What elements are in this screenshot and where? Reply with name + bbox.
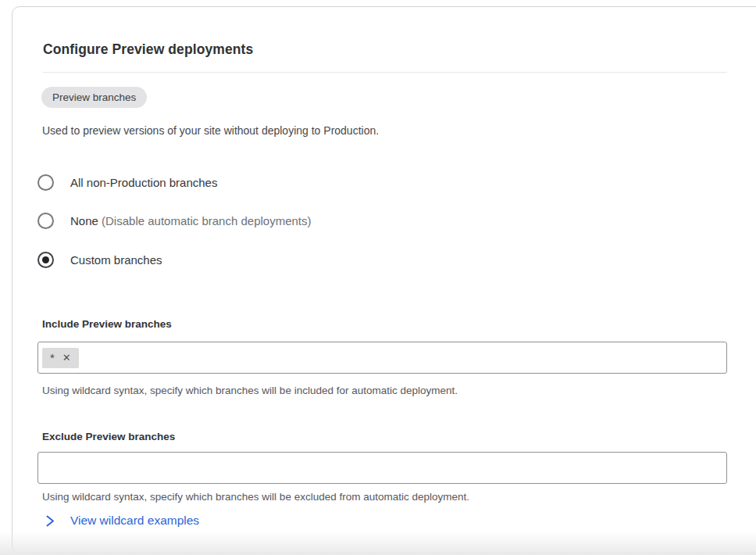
wildcard-tag-chip: * ✕ xyxy=(42,348,79,368)
exclude-branches-label: Exclude Preview branches xyxy=(42,431,175,442)
title-divider xyxy=(43,72,727,73)
radio-icon xyxy=(37,213,54,229)
radio-option-label: Custom branches xyxy=(70,253,162,267)
radio-option-none[interactable]: None (Disable automatic branch deploymen… xyxy=(37,212,312,229)
radio-icon xyxy=(37,174,54,191)
exclude-helper-text: Using wildcard syntax, specify which bra… xyxy=(42,491,469,503)
radio-option-label: None xyxy=(70,214,98,227)
radio-option-label-muted: (Disable automatic branch deployments) xyxy=(102,214,311,227)
tag-value: * xyxy=(50,350,55,366)
page-title: Configure Preview deployments xyxy=(43,41,253,58)
section-description: Used to preview versions of your site wi… xyxy=(42,124,379,137)
preview-branches-badge: Preview branches xyxy=(41,87,147,108)
view-wildcard-examples-link[interactable]: View wildcard examples xyxy=(45,514,199,528)
include-branches-text-field[interactable] xyxy=(84,342,720,373)
include-branches-label: Include Preview branches xyxy=(42,318,172,330)
radio-icon-selected xyxy=(37,252,54,268)
include-branches-input[interactable]: * ✕ xyxy=(37,342,727,374)
chevron-right-icon xyxy=(45,514,55,528)
radio-option-all-non-production[interactable]: All non-Production branches xyxy=(37,174,217,191)
preview-deployments-panel: Configure Preview deployments Preview br… xyxy=(12,6,756,553)
include-helper-text: Using wildcard syntax, specify which bra… xyxy=(42,385,458,396)
radio-option-label: All non-Production branches xyxy=(70,176,217,189)
exclude-branches-text-field[interactable] xyxy=(44,453,720,483)
exclude-branches-input[interactable] xyxy=(37,452,727,484)
radio-option-custom-branches[interactable]: Custom branches xyxy=(37,251,162,268)
link-label: View wildcard examples xyxy=(70,514,199,528)
tag-remove-icon[interactable]: ✕ xyxy=(62,353,71,363)
